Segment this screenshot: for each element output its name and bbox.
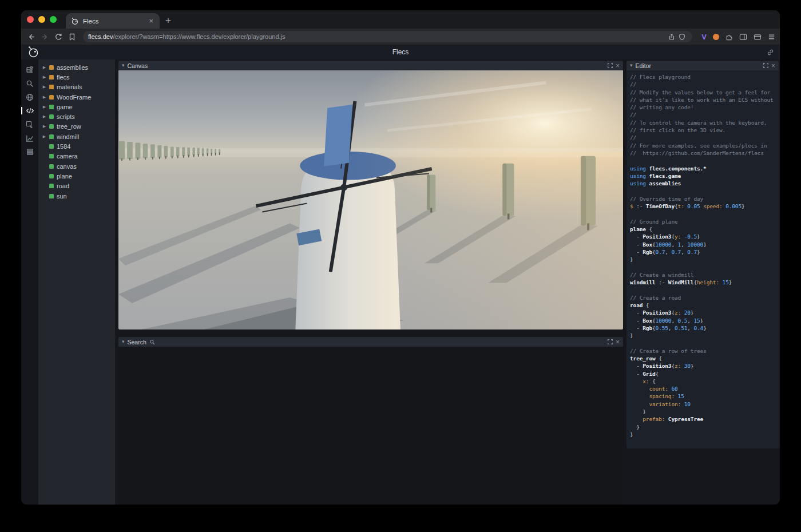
fullscreen-icon[interactable] — [763, 63, 768, 68]
forward-button[interactable] — [39, 32, 50, 41]
code-line: // Modify the values below to get a feel… — [630, 89, 775, 96]
code-line: prefab: CypressTree — [630, 415, 775, 423]
code-line: // Ground plane — [630, 218, 775, 225]
tree-item-road[interactable]: ▶road — [38, 181, 115, 191]
code-line: - Rgb{0.55, 0.51, 0.4} — [630, 324, 775, 332]
orange-extension-icon[interactable] — [713, 34, 719, 40]
v-extension-icon[interactable]: V — [701, 33, 707, 41]
code-line: // For more examples, see examples/plecs… — [630, 142, 775, 149]
side-panel-icon[interactable] — [739, 33, 747, 41]
tab-title: Flecs — [83, 18, 144, 25]
bookmark-panel-icon[interactable] — [67, 32, 77, 41]
new-tab-button[interactable]: + — [165, 15, 171, 25]
chevron-down-icon[interactable]: ▾ — [630, 63, 633, 68]
tree-item-game[interactable]: ▶game — [38, 102, 115, 112]
expand-chevron-icon[interactable]: ▶ — [42, 75, 46, 80]
entity-label: materials — [57, 84, 82, 90]
main-area: ▾ Canvas × — [115, 59, 780, 505]
canvas-panel: ▾ Canvas × — [118, 61, 623, 329]
expand-chevron-icon[interactable]: ▶ — [42, 124, 46, 129]
code-line: spacing: 15 — [630, 392, 775, 400]
code-line — [630, 210, 775, 217]
entity-label: sun — [57, 193, 67, 200]
code-line: // To control the camera with the keyboa… — [630, 119, 775, 126]
world-icon[interactable] — [23, 92, 36, 102]
search-icon[interactable] — [23, 78, 36, 88]
expand-chevron-icon[interactable]: ▶ — [42, 85, 46, 89]
expand-chevron-icon[interactable]: ▶ — [42, 134, 46, 139]
expand-chevron-icon[interactable]: ▶ — [42, 114, 46, 119]
menu-icon[interactable] — [768, 33, 775, 41]
code-line: count: 60 — [630, 385, 775, 392]
code-line: road { — [630, 301, 775, 309]
entity-label: scripts — [57, 113, 75, 120]
inspect-icon[interactable] — [23, 120, 36, 129]
tree-item-canvas[interactable]: ▶canvas — [38, 161, 115, 171]
code-line: } — [630, 431, 775, 438]
close-icon[interactable]: × — [616, 339, 620, 346]
code-line: // writing any code! — [630, 104, 775, 111]
code-line: - Box{10000, 1, 10000} — [630, 241, 775, 248]
outliner-icon[interactable] — [23, 65, 36, 74]
minimize-window-button[interactable] — [38, 16, 45, 23]
fullscreen-icon[interactable] — [608, 339, 613, 344]
expand-chevron-icon[interactable]: ▶ — [42, 65, 46, 70]
page-title: Flecs — [21, 48, 780, 56]
tree-item-1584[interactable]: ▶1584 — [38, 141, 115, 151]
tree-item-windmill[interactable]: ▶windmill — [38, 132, 115, 141]
share-icon[interactable] — [667, 32, 677, 41]
tab-close-icon[interactable]: × — [148, 17, 154, 25]
code-line: $ :- TimeOfDay{t: 0.05 speed: 0.005} — [630, 203, 775, 210]
chevron-down-icon[interactable]: ▾ — [122, 339, 125, 344]
tree-item-scripts[interactable]: ▶scripts — [38, 112, 115, 121]
tree-item-materials[interactable]: ▶materials — [38, 82, 115, 92]
reload-button[interactable] — [53, 32, 64, 41]
tree-item-assemblies[interactable]: ▶assemblies — [38, 62, 115, 72]
window-controls — [27, 10, 57, 29]
editor-panel: ▾ Editor × // Flecs playground//// Modif… — [626, 61, 779, 448]
code-line: tree_row { — [630, 355, 775, 362]
editor-code[interactable]: // Flecs playground//// Modify the value… — [626, 70, 779, 448]
editor-panel-header[interactable]: ▾ Editor × — [626, 61, 779, 70]
stats-icon[interactable] — [23, 133, 36, 143]
tree-item-plane[interactable]: ▶plane — [38, 171, 115, 181]
entity-icon — [49, 105, 54, 109]
url-path: /explorer/?wasm=https://www.flecs.dev/ex… — [113, 33, 285, 40]
url-bar[interactable]: flecs.dev/explorer/?wasm=https://www.fle… — [83, 31, 692, 42]
tree-item-camera[interactable]: ▶camera — [38, 152, 115, 161]
zoom-window-button[interactable] — [50, 16, 57, 23]
tree-item-flecs[interactable]: ▶flecs — [38, 72, 115, 82]
canvas-panel-header[interactable]: ▾ Canvas × — [118, 61, 623, 70]
entity-icon — [49, 184, 54, 188]
back-button[interactable] — [26, 32, 36, 41]
entity-label: road — [57, 182, 69, 189]
code-line: // Create a windmill — [630, 271, 775, 279]
tree-item-sun[interactable]: ▶sun — [38, 191, 115, 201]
entity-icon — [49, 164, 54, 169]
fullscreen-icon[interactable] — [608, 63, 613, 68]
close-icon[interactable]: × — [616, 62, 620, 69]
chevron-down-icon[interactable]: ▾ — [122, 63, 125, 68]
expand-chevron-icon[interactable]: ▶ — [42, 105, 46, 109]
tree-item-WoodFrame[interactable]: ▶WoodFrame — [38, 92, 115, 102]
code-line: - Box{10000, 0.5, 15} — [630, 317, 775, 324]
entity-tree: ▶assemblies▶flecs▶materials▶WoodFrame▶ga… — [38, 59, 115, 505]
search-panel-header[interactable]: ▾ Search × — [118, 337, 623, 347]
code-icon[interactable] — [23, 106, 36, 116]
close-window-button[interactable] — [27, 16, 34, 23]
module-icon — [49, 65, 54, 70]
tree-item-tree_row[interactable]: ▶tree_row — [38, 122, 115, 132]
code-line: // Create a road — [630, 294, 775, 301]
expand-chevron-icon[interactable]: ▶ — [42, 95, 46, 100]
entity-icon — [49, 174, 54, 178]
wallet-icon[interactable] — [754, 33, 762, 41]
canvas-3d-view[interactable] — [118, 70, 623, 329]
code-line: using flecs.components.* — [630, 165, 775, 172]
canvas-panel-title: Canvas — [128, 62, 148, 69]
log-icon[interactable] — [23, 147, 36, 157]
shield-icon[interactable] — [677, 32, 687, 41]
share-link-icon[interactable] — [767, 48, 774, 58]
extensions-puzzle-icon[interactable] — [725, 33, 733, 41]
close-icon[interactable]: × — [771, 62, 775, 69]
browser-tab[interactable]: Flecs × — [66, 13, 160, 29]
